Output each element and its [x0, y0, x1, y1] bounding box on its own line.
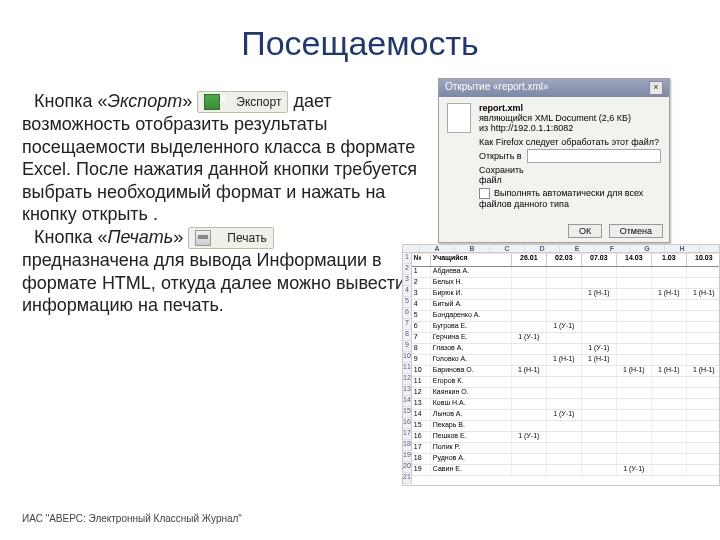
save-file-label: Сохранить файл [479, 165, 527, 185]
table-header-cell: Учащийся [431, 254, 512, 266]
table-row: 19Савин Е.1 (У-1) [412, 465, 720, 476]
table-row: 7Герчина Е.1 (У-1) [412, 333, 720, 344]
print-button-chip: Печать [188, 227, 273, 249]
txt: предназначена для вывода Информации в фо… [22, 249, 422, 317]
table-row: 9Головко А.1 (Н-1)1 (Н-1) [412, 355, 720, 366]
table-row: 12Каянкин О. [412, 388, 720, 399]
table-header-cell: 14.03 [617, 254, 652, 266]
table-row: 11Егоров К. [412, 377, 720, 388]
table-row: 1Абдиева А. [412, 267, 720, 278]
table-row: 10Баринова О.1 (Н-1)1 (Н-1)1 (Н-1)1 (Н-1… [412, 366, 720, 377]
txt: Кнопка « [34, 227, 107, 247]
table-row: 16Пешков Е.1 (У-1) [412, 432, 720, 443]
slide-title: Посещаемость [0, 0, 720, 63]
dialog-source: из http://192.0.1.1:8082 [479, 123, 661, 133]
dialog-filename: report.xml [479, 103, 661, 113]
open-in-label: Открыть в [479, 151, 527, 161]
table-row: 2Белых Н. [412, 278, 720, 289]
table-row: 15Пекарь В. [412, 421, 720, 432]
txt-print-word: Печать [107, 227, 173, 247]
table-row: 13Ковш Н.А. [412, 399, 720, 410]
remember-checkbox[interactable]: Выполнять автоматически для всех файлов … [479, 188, 661, 209]
table-header-cell: 26.01 [512, 254, 547, 266]
print-label: Печать [215, 231, 266, 246]
txt: » [182, 91, 192, 111]
txt: возможность отобразить результаты посеща… [22, 113, 422, 226]
table-header-cell: 1.03 [652, 254, 687, 266]
footer-text: ИАС "АВЕРС: Электронный Классный Журнал" [22, 513, 242, 524]
excel-row-numbers: 123456789101112131415161718192021 [403, 253, 412, 484]
excel-column-letters: ABCDEFGH [403, 245, 719, 253]
dialog-titlebar: Открытие «report.xml» × [439, 79, 669, 97]
table-row: 14Лынов А.1 (У-1) [412, 410, 720, 421]
excel-preview: ABCDEFGH 1234567891011121314151617181920… [402, 244, 720, 486]
ok-button[interactable]: ОК [568, 224, 602, 238]
table-row: 6Бугрова Е.1 (У-1) [412, 322, 720, 333]
open-file-dialog: Открытие «report.xml» × report.xml являю… [438, 78, 670, 243]
close-icon[interactable]: × [649, 81, 663, 95]
table-row: 8Глазов А.1 (У-1) [412, 344, 720, 355]
table-row: 18Руднов А. [412, 454, 720, 465]
dialog-title-text: Открытие «report.xml» [445, 81, 549, 95]
cancel-button[interactable]: Отмена [609, 224, 663, 238]
table-row: 4Битый А. [412, 300, 720, 311]
printer-icon [195, 230, 211, 246]
table-row: 5Бондаренко А. [412, 311, 720, 322]
file-icon [447, 103, 471, 133]
dialog-question: Как Firefox следует обработать этот файл… [479, 137, 661, 147]
body-paragraphs: Кнопка «Экспорт» Экспорт дает возможност… [22, 90, 422, 317]
open-in-select[interactable] [527, 149, 661, 163]
export-button-chip: Экспорт [197, 91, 288, 113]
table-row: 3Бирюк И.1 (Н-1)1 (Н-1)1 (Н-1) [412, 289, 720, 300]
txt-export-word: Экспорт [107, 91, 182, 111]
txt: » [173, 227, 183, 247]
export-label: Экспорт [224, 95, 281, 110]
table-header-cell: 10.03 [687, 254, 720, 266]
table-row: 17Полик Р. [412, 443, 720, 454]
dialog-filetype: являющийся XML Document (2,6 КБ) [479, 113, 661, 123]
excel-icon [204, 94, 220, 110]
txt: дает [293, 91, 331, 111]
txt: Кнопка « [34, 91, 107, 111]
table-header-cell: 07.03 [582, 254, 617, 266]
table-header-cell: № [412, 254, 431, 266]
table-header-cell: 02.03 [547, 254, 582, 266]
